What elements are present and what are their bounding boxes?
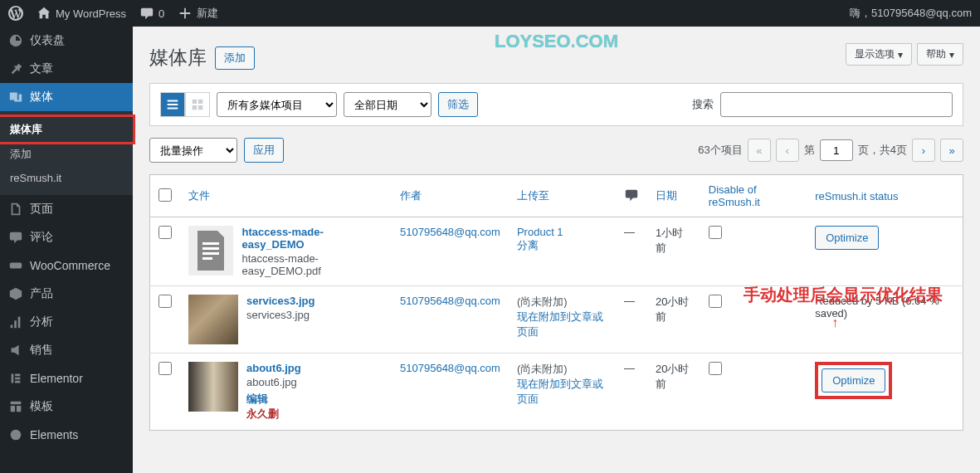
col-disable: Disable of reSmush.it <box>700 175 807 217</box>
date-cell: 1小时前 <box>647 217 700 286</box>
next-page-button[interactable]: › <box>912 139 935 162</box>
prev-page-button[interactable]: ‹ <box>776 139 799 162</box>
sidebar-item-analytics[interactable]: 分析 <box>0 308 133 336</box>
filter-button[interactable]: 筛选 <box>438 92 478 117</box>
add-new-button[interactable]: 添加 <box>215 46 255 70</box>
date-select[interactable]: 全部日期 <box>344 92 431 117</box>
disable-checkbox[interactable] <box>709 295 722 308</box>
search-label: 搜索 <box>692 97 714 112</box>
sidebar-item-products[interactable]: 产品 <box>0 280 133 308</box>
template-icon <box>8 399 23 414</box>
list-icon <box>165 97 180 112</box>
author-link[interactable]: 510795648@qq.com <box>400 295 500 307</box>
date-cell: 20小时前 <box>647 286 700 354</box>
file-title-link[interactable]: services3.jpg <box>246 295 314 307</box>
first-page-button[interactable]: « <box>748 139 771 162</box>
sidebar-item-elements[interactable]: Elements <box>0 421 133 449</box>
sidebar-item-comments[interactable]: 评论 <box>0 223 133 251</box>
admin-bar: My WordPress 0 新建 嗨，510795648@qq.com <box>0 0 980 27</box>
product-icon <box>8 286 23 301</box>
search-input[interactable] <box>720 92 953 117</box>
elementor-icon <box>8 371 23 386</box>
current-page-input[interactable] <box>820 139 853 161</box>
comments-cell: — <box>616 217 647 286</box>
site-title[interactable]: My WordPress <box>37 6 126 21</box>
content-area: LOYSEO.COM 显示选项 ▾ 帮助 ▾ 媒体库 添加 <box>133 27 980 473</box>
optimize-button[interactable]: Optimize <box>815 226 879 250</box>
bulk-apply-button[interactable]: 应用 <box>244 138 284 163</box>
sidebar-item-pages[interactable]: 页面 <box>0 195 133 223</box>
filter-bar: 所有多媒体项目 全部日期 筛选 搜索 <box>149 83 963 126</box>
plus-icon <box>178 6 193 21</box>
file-name: about6.jpg <box>246 376 301 388</box>
highlighted-optimize: Optimize <box>815 362 892 399</box>
list-view-button[interactable] <box>160 92 185 117</box>
col-author[interactable]: 作者 <box>392 175 509 217</box>
help-button[interactable]: 帮助 ▾ <box>917 43 963 66</box>
uploaded-to-link[interactable]: Product 1 <box>517 226 563 238</box>
submenu-add[interactable]: 添加 <box>0 142 133 167</box>
bulk-action-select[interactable]: 批量操作 <box>149 138 237 163</box>
screen-options-button[interactable]: 显示选项 ▾ <box>846 43 912 66</box>
svg-rect-0 <box>10 262 22 268</box>
analytics-icon <box>8 315 23 329</box>
view-toggle <box>160 92 210 117</box>
optimize-button[interactable]: Optimize <box>822 368 885 393</box>
col-date[interactable]: 日期 <box>647 175 700 217</box>
total-items: 63个项目 <box>698 143 742 158</box>
comment-icon <box>624 188 639 202</box>
grid-view-button[interactable] <box>185 92 210 117</box>
author-link[interactable]: 510795648@qq.com <box>400 362 500 374</box>
comment-icon <box>139 6 154 21</box>
sidebar-item-templates[interactable]: 模板 <box>0 393 133 421</box>
submenu-resmush[interactable]: reSmush.it <box>0 167 133 189</box>
comments-badge[interactable]: 0 <box>139 6 164 21</box>
row-checkbox[interactable] <box>158 226 172 239</box>
new-content[interactable]: 新建 <box>178 6 218 21</box>
media-submenu: 媒体库 添加 reSmush.it <box>0 111 133 195</box>
wordpress-icon[interactable] <box>8 6 23 21</box>
comments-cell: — <box>616 354 647 431</box>
author-link[interactable]: 510795648@qq.com <box>400 226 500 238</box>
file-title-link[interactable]: htaccess-made-easy_DEMO <box>241 226 383 251</box>
elements-icon <box>8 427 23 442</box>
sidebar-item-posts[interactable]: 文章 <box>0 55 133 83</box>
comment-icon <box>8 230 23 245</box>
sidebar-item-woocommerce[interactable]: WooCommerce <box>0 251 133 280</box>
page-title: 媒体库 <box>149 45 207 71</box>
pin-icon <box>8 61 23 76</box>
last-page-button[interactable]: » <box>940 139 963 162</box>
attach-link[interactable]: 现在附加到文章或页面 <box>517 378 603 405</box>
dashboard-icon <box>8 33 23 48</box>
row-checkbox[interactable] <box>158 295 172 308</box>
disable-checkbox[interactable] <box>709 226 722 239</box>
svg-point-1 <box>11 430 22 441</box>
uploaded-to-text: (尚未附加) <box>517 363 568 375</box>
date-cell: 20小时前 <box>647 354 700 431</box>
sidebar-item-media[interactable]: 媒体 <box>0 83 133 111</box>
arrow-annotation: ↑ <box>831 315 838 330</box>
detach-link[interactable]: 分离 <box>517 239 539 251</box>
attach-link[interactable]: 现在附加到文章或页面 <box>517 310 603 338</box>
edit-link[interactable]: 编辑 <box>246 392 301 407</box>
disable-checkbox[interactable] <box>709 362 722 375</box>
howdy[interactable]: 嗨，510795648@qq.com <box>850 6 972 21</box>
file-thumbnail <box>188 226 233 276</box>
select-all-checkbox[interactable] <box>158 188 172 202</box>
sidebar-item-marketing[interactable]: 销售 <box>0 336 133 364</box>
uploaded-to-text: (尚未附加) <box>517 295 568 308</box>
delete-link[interactable]: 永久删 <box>246 407 301 422</box>
sidebar-item-dashboard[interactable]: 仪表盘 <box>0 27 133 55</box>
file-thumbnail <box>188 362 238 412</box>
file-title-link[interactable]: about6.jpg <box>246 362 301 374</box>
comments-cell: — <box>616 286 647 354</box>
chevron-down-icon: ▾ <box>949 49 954 61</box>
media-type-select[interactable]: 所有多媒体项目 <box>217 92 337 117</box>
sidebar-item-elementor[interactable]: Elementor <box>0 364 133 393</box>
col-comments[interactable] <box>616 175 647 217</box>
col-file[interactable]: 文件 <box>180 175 392 217</box>
submenu-library[interactable]: 媒体库 <box>0 117 133 142</box>
col-uploaded[interactable]: 上传至 <box>509 175 616 217</box>
annotation-text: 手动处理后会显示优化结果 <box>744 284 943 306</box>
row-checkbox[interactable] <box>158 362 172 375</box>
